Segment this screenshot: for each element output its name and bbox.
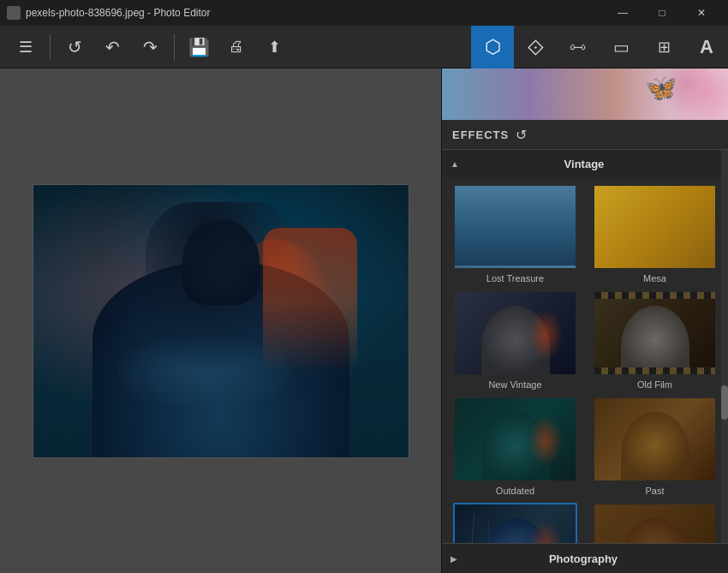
film-bottom: [594, 367, 715, 374]
effects-header: EFFECTS ↺: [442, 120, 728, 150]
effect-name-lost-treasure: Lost Treasure: [486, 273, 544, 284]
main-area: 🦋 EFFECTS ↺ ▲ Vintage Lost Tre: [0, 69, 728, 573]
save-icon: 💾: [188, 37, 210, 57]
toolbar-tabs: ⬡ ⊡ ⧟ ▭ ⊞ A: [471, 26, 728, 69]
effect-scratch[interactable]: Scratch: [449, 503, 582, 543]
effect-thumb-mesa: [593, 184, 717, 270]
effects-row-4: Scratch Sepia: [449, 503, 721, 543]
person-silhouette-sepia: [621, 518, 689, 543]
effect-new-vintage[interactable]: New Vintage: [449, 290, 582, 390]
red-accent-outdated: [528, 415, 563, 467]
redo-back-icon: ↶: [105, 37, 120, 57]
effect-outdated[interactable]: Outdated: [449, 397, 582, 496]
print-icon: 🖨: [229, 38, 244, 56]
grid-tab-icon: ⊞: [658, 38, 671, 57]
toolbar: ☰ ↺ ↶ ↷ 💾 🖨 ⬆ ⬡ ⊡ ⧟ ▭: [0, 26, 728, 69]
menu-button[interactable]: ☰: [9, 30, 43, 64]
separator-2: [174, 34, 175, 60]
effect-thumb-old-film: [593, 290, 717, 376]
redo-icon: ↷: [143, 37, 158, 57]
photo-canvas: [33, 184, 409, 458]
effect-thumb-lost-treasure: [453, 184, 577, 270]
share-button[interactable]: ⬆: [257, 30, 291, 64]
effect-name-new-vintage: New Vintage: [488, 379, 541, 390]
effects-reset-button[interactable]: ↺: [516, 127, 527, 143]
redo-button[interactable]: ↷: [133, 30, 167, 64]
vintage-arrow-icon: ▲: [451, 159, 459, 169]
frame-tab-icon: ▭: [613, 37, 630, 57]
effect-thumb-scratch: [453, 503, 577, 543]
scrollbar-track[interactable]: [721, 150, 728, 543]
app-icon: [7, 6, 21, 20]
effect-name-outdated: Outdated: [496, 486, 534, 496]
text-tab-icon: A: [700, 36, 713, 58]
toolbar-left: ☰ ↺ ↶ ↷ 💾 🖨 ⬆: [0, 30, 471, 64]
preview-thumbnail: 🦋: [442, 69, 728, 120]
tab-frame[interactable]: ▭: [600, 26, 642, 69]
photography-section-header[interactable]: ▶ Photography: [442, 543, 728, 573]
effect-name-old-film: Old Film: [637, 379, 672, 390]
redo-back-button[interactable]: ↶: [95, 30, 129, 64]
print-button[interactable]: 🖨: [219, 30, 254, 64]
red-accent-new-vintage: [528, 309, 563, 361]
tab-adjust[interactable]: ⧟: [557, 26, 600, 69]
close-button[interactable]: ✕: [682, 0, 721, 26]
flowers-decoration: [625, 69, 728, 120]
minimize-button[interactable]: —: [603, 0, 642, 26]
canvas-area: [0, 69, 441, 573]
titlebar-left: pexels-photo-838696.jpeg - Photo Editor: [7, 6, 210, 20]
effect-thumb-new-vintage: [453, 290, 577, 376]
undo-button[interactable]: ↺: [57, 30, 92, 64]
effect-thumb-outdated: [453, 397, 577, 482]
effect-name-past: Past: [645, 486, 664, 496]
effect-lost-treasure[interactable]: Lost Treasure: [449, 184, 582, 284]
effects-tab-icon: ⬡: [485, 36, 501, 58]
effects-row-3: Outdated Past: [449, 397, 721, 496]
photography-section-title: Photography: [464, 552, 719, 565]
tab-text[interactable]: A: [685, 26, 728, 69]
scrollbar-thumb[interactable]: [721, 385, 728, 420]
maximize-button[interactable]: □: [642, 0, 682, 26]
adjust-tab-icon: ⧟: [570, 37, 587, 57]
effect-sepia[interactable]: Sepia: [588, 503, 721, 543]
person-silhouette-old-film: [621, 306, 689, 374]
butterfly-decoration: 🦋: [645, 73, 677, 103]
crop-tab-icon: ⊡: [523, 34, 548, 59]
effects-row-1: Lost Treasure Mesa: [449, 184, 721, 284]
tab-effects[interactable]: ⬡: [471, 26, 514, 69]
menu-icon: ☰: [19, 38, 33, 57]
red-accent-scratch: [528, 522, 563, 543]
scratch-line-1: [469, 513, 474, 543]
effects-grid: Lost Treasure Mesa: [442, 177, 728, 543]
titlebar: pexels-photo-838696.jpeg - Photo Editor …: [0, 0, 728, 26]
effect-thumb-sepia: [593, 503, 717, 543]
red-hair-highlight: [263, 228, 357, 373]
save-button[interactable]: 💾: [182, 30, 216, 64]
titlebar-controls: — □ ✕: [603, 0, 721, 26]
film-top: [594, 292, 715, 299]
photo-inner: [33, 185, 409, 457]
share-icon: ⬆: [268, 38, 281, 57]
titlebar-title: pexels-photo-838696.jpeg - Photo Editor: [26, 7, 210, 19]
person-silhouette-past: [621, 412, 689, 480]
right-panel: 🦋 EFFECTS ↺ ▲ Vintage Lost Tre: [441, 69, 728, 573]
effects-row-2: New Vintage Old Film: [449, 290, 721, 390]
tab-grid[interactable]: ⊞: [642, 26, 685, 69]
effect-mesa[interactable]: Mesa: [588, 184, 721, 284]
undo-icon: ↺: [68, 37, 82, 57]
vintage-section-header[interactable]: ▲ Vintage: [442, 150, 728, 177]
tab-crop[interactable]: ⊡: [514, 26, 557, 69]
photo-container: [33, 184, 409, 458]
effect-thumb-past: [593, 397, 717, 482]
effects-label: EFFECTS: [452, 128, 509, 141]
separator-1: [50, 34, 51, 60]
effect-past[interactable]: Past: [588, 397, 721, 496]
vintage-section-title: Vintage: [466, 158, 719, 170]
effect-old-film[interactable]: Old Film: [588, 290, 721, 390]
photography-arrow-icon: ▶: [451, 554, 457, 564]
effect-name-mesa: Mesa: [643, 273, 666, 284]
